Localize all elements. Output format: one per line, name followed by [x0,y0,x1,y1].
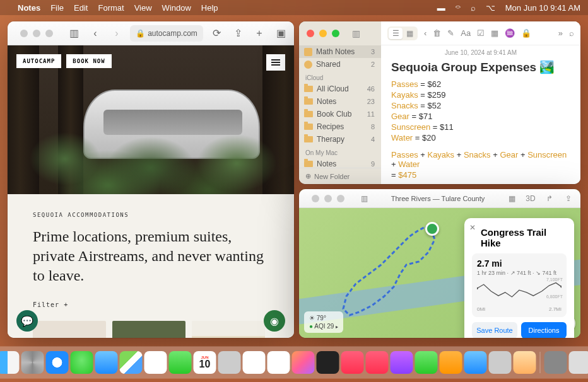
sidebar-item-shared[interactable]: Shared 2 [299,58,381,71]
sidebar-item[interactable]: Notes23 [299,95,381,108]
menu-edit[interactable]: Edit [74,3,88,13]
thumb-image[interactable] [192,321,265,338]
new-folder-button[interactable]: ⊕New Folder [299,168,381,184]
dock-launchpad-icon[interactable] [21,351,44,374]
map-share-icon[interactable]: ⇪ [562,194,575,203]
menu-window[interactable]: Window [162,3,191,13]
spotlight-icon[interactable]: ⌕ [471,3,476,13]
menu-view[interactable]: View [134,3,152,13]
forward-button[interactable]: › [109,26,125,40]
map-3d-icon[interactable]: 3D [524,194,538,203]
back-icon[interactable]: ‹ [424,28,426,38]
save-route-button[interactable]: Save Route [472,322,517,338]
map-location-crumb[interactable]: Three Rivers — Tulare County [376,195,500,202]
media-icon[interactable]: ♒ [505,28,515,38]
dock-news-icon[interactable] [366,351,389,374]
trash-icon[interactable]: 🗑 [433,28,441,38]
dock-music-icon[interactable] [341,351,364,374]
dock-freeform-icon[interactable] [292,351,315,374]
address-bar[interactable]: 🔒 autocamp.com [130,25,203,42]
sidebar-item[interactable]: Recipes8 [299,120,381,133]
dock-mail-icon[interactable] [95,351,118,374]
more-icon[interactable]: » [558,28,563,38]
note-expense-line: Kayaks = $259 [391,90,570,100]
sidebar-toggle-icon[interactable]: ▥ [66,26,82,40]
dock-numbers-icon[interactable] [415,351,438,374]
dock-podcasts-icon[interactable] [391,351,413,374]
dock-maps-icon[interactable] [120,351,143,374]
accessibility-button[interactable]: ◉ [264,310,285,332]
format-icon[interactable]: Aa [461,28,471,38]
directions-button[interactable]: Directions [521,322,567,338]
calculator-icon [304,48,312,56]
dock-finder-icon[interactable] [0,351,20,374]
menu-file[interactable]: File [50,3,64,13]
people-icon [304,61,312,69]
reload-button[interactable]: ⟳ [208,26,225,40]
logo-badge[interactable]: AUTOCAMP [16,54,61,68]
dock-tv-icon[interactable] [317,351,339,374]
table-icon[interactable]: ▦ [491,28,498,38]
app-menu[interactable]: Notes [18,3,40,13]
menu-format[interactable]: Format [98,3,124,13]
sidebar-toggle-icon[interactable]: ▥ [352,28,360,38]
sidebar-header-mac: On My Mac [299,146,381,158]
map-canvas[interactable]: ☀ 79° ● AQI 29 ▸ − + N ✕ Congress Trail … [299,208,580,338]
menu-help[interactable]: Help [201,3,218,13]
dock-photos-icon[interactable] [144,351,167,374]
book-now-button[interactable]: BOOK NOW [66,54,111,68]
sidebar-item[interactable]: Therapy4 [299,133,381,146]
dock-facetime-icon[interactable] [169,351,192,374]
window-controls[interactable] [299,30,347,37]
note-timestamp: June 10, 2024 at 9:41 AM [391,49,570,56]
map-route-icon[interactable]: ↱ [543,194,556,203]
dock-safari-icon[interactable] [46,351,69,374]
clock[interactable]: Mon Jun 10 9:41 AM [505,3,580,13]
dock-appstore-icon[interactable] [464,351,487,374]
folder-icon [304,111,313,117]
checklist-icon[interactable]: ☑ [477,28,485,38]
dock-pages-icon[interactable] [440,351,462,374]
view-toggle[interactable]: ☰▦ [387,26,418,40]
sidebar-item[interactable]: All iCloud46 [299,83,381,95]
hero-image: AUTOCAMP BOOK NOW [8,45,294,194]
close-card-button[interactable]: ✕ [469,223,476,232]
lock-icon[interactable]: 🔒 [521,28,531,38]
compose-icon[interactable]: ✎ [447,28,454,38]
window-controls[interactable] [304,195,352,202]
dock-separator [540,352,541,373]
dock-messages-icon[interactable] [71,351,93,374]
thumb-image[interactable] [33,321,106,338]
back-button[interactable]: ‹ [87,26,103,40]
route-distance: 2.7 mi [477,258,562,269]
dock-contacts-icon[interactable] [218,351,241,374]
tabs-button[interactable]: ▣ [273,26,289,40]
weather-widget[interactable]: ☀ 79° ● AQI 29 ▸ [304,311,343,333]
note-editor[interactable]: June 10, 2024 at 9:41 AM Sequoia Group E… [381,21,580,184]
plus-icon: ⊕ [305,172,311,180]
sidebar-icon[interactable]: ▥ [357,194,371,203]
dock-downloads-icon[interactable] [544,351,567,374]
chat-button[interactable]: 💬 [16,310,38,332]
map-mode-icon[interactable]: ▦ [505,194,519,203]
battery-icon[interactable]: ▬ [437,3,445,13]
wifi-icon[interactable]: ⌔ [456,3,461,13]
hamburger-menu-button[interactable] [266,54,285,71]
control-center-icon[interactable]: ⌥ [486,3,495,13]
search-icon[interactable]: ⌕ [569,28,574,38]
new-tab-button[interactable]: + [251,26,268,40]
dock-iphone-mirror-icon[interactable] [514,351,536,374]
sidebar-item[interactable]: Book Club11 [299,108,381,120]
filter-link[interactable]: Filter + [33,301,269,308]
dock-calendar-icon[interactable]: JUN10 [194,351,216,374]
dock-reminders-icon[interactable] [243,351,266,374]
dock-settings-icon[interactable] [489,351,512,374]
dock-trash-icon[interactable] [569,351,589,374]
window-controls[interactable] [13,30,61,37]
share-button[interactable]: ⇪ [230,26,246,40]
thumb-image[interactable] [112,321,185,338]
trail-route [324,221,450,328]
sidebar-item-math-notes[interactable]: Math Notes 3 [299,45,381,58]
trailhead-pin[interactable] [425,222,439,236]
dock-notes-icon[interactable] [268,351,290,374]
